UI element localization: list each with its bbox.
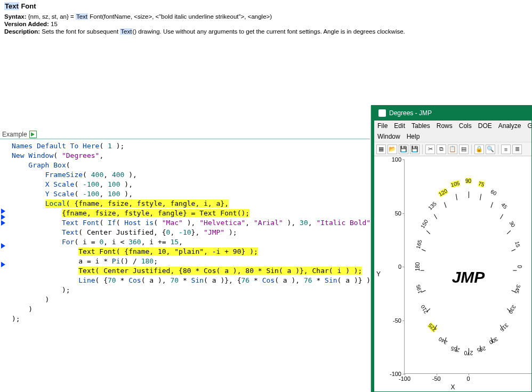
save-all-icon[interactable]: 💾 xyxy=(410,145,420,154)
y-tick-label: 0 xyxy=(385,263,405,270)
plot-frame[interactable]: 100500-50-100-100-500JMP0153045607590105… xyxy=(404,159,531,374)
code-editor[interactable]: Names Default To Here( 1 ); New Window( … xyxy=(0,139,370,392)
list2-icon[interactable]: ≣ xyxy=(512,145,522,154)
marker-icon[interactable] xyxy=(1,220,5,226)
menu-doe[interactable]: DOE xyxy=(478,122,492,130)
window-title: Degrees - JMP xyxy=(389,109,432,117)
degree-label: 240 xyxy=(438,336,448,346)
radial-tick xyxy=(500,214,503,219)
radial-tick xyxy=(420,270,424,271)
degree-label: 180 xyxy=(414,262,420,271)
marker-icon[interactable] xyxy=(1,243,5,249)
menu-window[interactable]: Window xyxy=(377,133,400,140)
open-icon[interactable]: 📂 xyxy=(388,145,397,154)
radial-tick xyxy=(480,194,481,201)
jmp-output-window[interactable]: Degrees - JMP FileEditTablesRowsColsDOEA… xyxy=(371,105,532,392)
radial-tick xyxy=(426,230,430,234)
degree-label: 195 xyxy=(415,284,423,294)
example-heading: Example xyxy=(2,131,37,138)
version-row: Version Added: 15 xyxy=(4,21,528,27)
data-filter-icon[interactable]: ▤ xyxy=(459,145,469,154)
radial-tick xyxy=(512,250,515,252)
degree-label: 300 xyxy=(488,336,499,346)
degree-label: 30 xyxy=(509,220,517,228)
marker-icon[interactable] xyxy=(1,209,5,214)
paste-icon[interactable]: 📋 xyxy=(448,145,457,154)
y-axis-label: Y xyxy=(376,270,381,278)
radial-tick xyxy=(469,348,469,355)
degree-label: 345 xyxy=(513,284,521,294)
degree-label: 60 xyxy=(490,188,498,196)
degree-label: 315 xyxy=(499,322,510,333)
degree-label: 165 xyxy=(415,239,423,250)
menu-gra[interactable]: Gra xyxy=(527,122,532,130)
list-icon[interactable]: ≡ xyxy=(501,145,511,154)
marker-icon[interactable] xyxy=(1,214,5,220)
degree-label: 15 xyxy=(514,241,521,249)
code-text[interactable]: Names Default To Here( 1 ); New Window( … xyxy=(0,139,370,324)
y-tick-label: 100 xyxy=(385,156,405,163)
y-tick-label: 50 xyxy=(385,210,405,217)
degree-label: 0 xyxy=(517,265,522,268)
lock-icon[interactable]: 🔒 xyxy=(474,145,484,154)
marker-icon[interactable] xyxy=(1,262,5,267)
degree-label: 105 xyxy=(450,180,460,188)
menu-help[interactable]: Help xyxy=(407,133,420,140)
radial-tick xyxy=(444,202,447,208)
menu-file[interactable]: File xyxy=(377,122,388,130)
title-highlight: Text xyxy=(4,2,19,10)
radial-tick xyxy=(422,250,425,252)
description-row: Description: Sets the font for subsequen… xyxy=(4,28,528,35)
radial-tick xyxy=(507,230,511,234)
y-tick-label: -50 xyxy=(385,317,405,324)
doc-header: Text Font Syntax: {nm, sz, st, an} = Tex… xyxy=(0,0,532,37)
radial-tick xyxy=(469,191,469,198)
radial-tick xyxy=(513,270,517,271)
radial-tick xyxy=(434,214,437,219)
syntax-row: Syntax: {nm, sz, st, an} = Text Font(fon… xyxy=(4,13,528,20)
degree-label: 90 xyxy=(465,178,471,184)
save-icon[interactable]: 💾 xyxy=(399,145,408,154)
degree-label: 75 xyxy=(478,180,485,188)
menu-edit[interactable]: Edit xyxy=(394,122,405,130)
app-icon xyxy=(378,109,386,117)
cut-icon[interactable]: ✂ xyxy=(425,145,435,154)
menu-rows[interactable]: Rows xyxy=(437,122,453,130)
degree-label: 120 xyxy=(438,188,448,197)
chart-area[interactable]: Y X 100500-50-100-100-500JMP015304560759… xyxy=(374,156,531,392)
x-axis-label: X xyxy=(450,383,455,391)
window-titlebar[interactable]: Degrees - JMP xyxy=(374,106,531,121)
menu-analyze[interactable]: Analyze xyxy=(498,122,521,130)
doc-title: Text Font xyxy=(4,2,528,10)
center-jmp-text: JMP xyxy=(452,268,485,286)
degree-label: 255 xyxy=(450,346,460,354)
radial-tick xyxy=(456,194,457,201)
degree-label: 135 xyxy=(427,201,438,212)
menubar[interactable]: FileEditTablesRowsColsDOEAnalyzeGra Wind… xyxy=(374,121,531,142)
menu-cols[interactable]: Cols xyxy=(459,122,472,130)
degree-label: 150 xyxy=(420,219,429,229)
copy-icon[interactable]: ⧉ xyxy=(437,145,446,154)
toolbar[interactable]: ▦📂💾💾✂⧉📋▤🔒🔍≡≣ xyxy=(374,142,531,156)
degree-label: 210 xyxy=(420,304,429,315)
menu-tables[interactable]: Tables xyxy=(412,122,430,130)
degree-label: 225 xyxy=(427,322,438,333)
degree-label: 45 xyxy=(500,202,509,210)
table-icon[interactable]: ▦ xyxy=(376,145,386,154)
run-script-icon[interactable] xyxy=(29,131,37,138)
degree-label: 330 xyxy=(507,304,517,315)
search-icon[interactable]: 🔍 xyxy=(486,145,495,154)
radial-tick xyxy=(490,202,493,208)
degree-label: 285 xyxy=(477,346,487,354)
